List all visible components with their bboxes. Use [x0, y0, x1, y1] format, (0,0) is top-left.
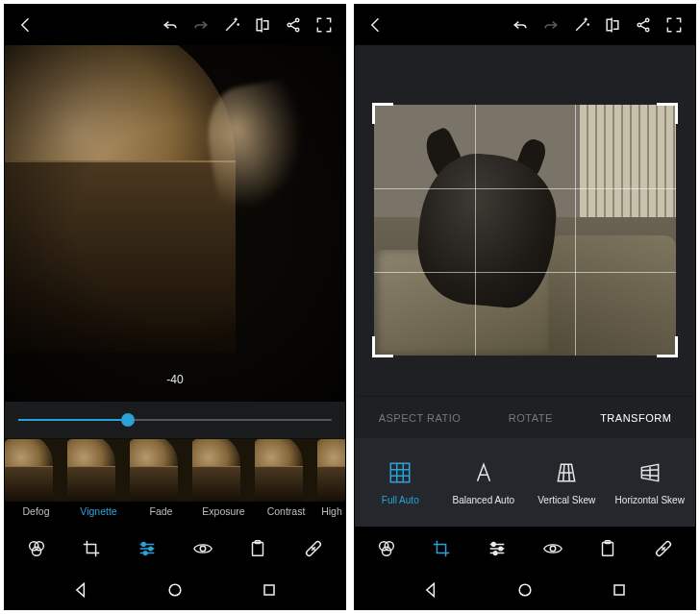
crop-tab-bar: ASPECT RATIOROTATETRANSFORM — [355, 396, 695, 438]
mode-heal[interactable] — [294, 529, 333, 568]
mode-looks[interactable] — [17, 529, 56, 568]
svg-rect-20 — [603, 543, 613, 556]
preset-defog[interactable]: Defog — [5, 439, 67, 527]
fullscreen-icon[interactable] — [309, 10, 339, 40]
preset-thumb — [255, 439, 317, 502]
crop-handle-bl[interactable] — [372, 336, 393, 357]
preset-high[interactable]: High — [317, 439, 345, 527]
adjust-value-label: -40 — [166, 373, 183, 386]
vertical-skew-icon — [554, 460, 579, 485]
transform-option-vertical-skew[interactable]: Vertical Skew — [528, 460, 605, 505]
adjust-preset-strip[interactable]: DefogVignetteFadeExposureContrastHigh — [5, 438, 345, 527]
back-icon[interactable] — [361, 10, 391, 40]
crop-handle-tr[interactable] — [657, 103, 678, 124]
editor-screen-transform: ASPECT RATIOROTATETRANSFORM Full AutoBal… — [354, 4, 696, 610]
svg-rect-12 — [391, 463, 411, 482]
svg-rect-7 — [253, 543, 263, 556]
editor-screen-vignette: -40 DefogVignetteFadeExposureContrastHig… — [4, 4, 346, 610]
transform-option-label: Balanced Auto — [453, 495, 515, 505]
crop-canvas[interactable] — [355, 45, 695, 396]
crop-frame[interactable] — [374, 105, 676, 356]
share-icon[interactable] — [628, 10, 659, 40]
svg-point-18 — [493, 552, 497, 555]
mode-clipboard[interactable] — [588, 529, 627, 568]
preset-label: High — [321, 505, 342, 517]
svg-point-3 — [142, 543, 146, 547]
svg-point-10 — [169, 584, 181, 596]
svg-point-4 — [149, 547, 153, 551]
nav-recent-icon[interactable] — [259, 579, 280, 601]
preset-vignette[interactable]: Vignette — [67, 439, 130, 527]
preset-thumb — [317, 439, 345, 502]
top-toolbar — [5, 5, 345, 45]
mode-redeye[interactable] — [184, 529, 222, 568]
mode-clipboard[interactable] — [238, 529, 277, 568]
transform-option-full-auto[interactable]: Full Auto — [362, 460, 438, 505]
balanced-auto-icon — [471, 460, 496, 485]
mode-adjust[interactable] — [128, 529, 166, 568]
full-auto-icon — [388, 460, 412, 485]
mode-redeye[interactable] — [534, 529, 572, 568]
preset-thumb — [192, 439, 255, 502]
share-icon[interactable] — [278, 10, 309, 40]
transform-option-row: Full AutoBalanced AutoVertical SkewHoriz… — [355, 438, 695, 527]
magic-wand-icon[interactable] — [566, 10, 597, 40]
preset-thumb — [5, 439, 67, 502]
back-icon[interactable] — [11, 10, 41, 40]
preset-label: Exposure — [202, 505, 244, 517]
svg-point-16 — [492, 543, 496, 547]
crop-handle-tl[interactable] — [372, 103, 393, 124]
mode-heal[interactable] — [644, 529, 683, 568]
transform-option-label: Vertical Skew — [538, 495, 595, 505]
fullscreen-icon[interactable] — [659, 10, 689, 40]
adjust-slider[interactable] — [18, 419, 332, 421]
magic-wand-icon[interactable] — [216, 10, 247, 40]
svg-rect-11 — [264, 585, 274, 595]
transform-option-balanced-auto[interactable]: Balanced Auto — [445, 460, 522, 505]
redo-icon[interactable] — [536, 10, 566, 40]
svg-point-15 — [382, 547, 390, 555]
nav-home-icon[interactable] — [514, 579, 536, 601]
android-nav-bar — [355, 571, 695, 609]
svg-point-19 — [550, 546, 556, 552]
image-canvas[interactable]: -40 — [5, 45, 345, 402]
nav-back-icon[interactable] — [70, 579, 91, 601]
transform-option-horizontal-skew[interactable]: Horizontal Skew — [612, 460, 688, 505]
preset-label: Fade — [150, 505, 173, 517]
nav-back-icon[interactable] — [420, 579, 441, 601]
mode-bar — [355, 527, 695, 571]
svg-point-23 — [519, 584, 531, 596]
undo-icon[interactable] — [505, 10, 536, 40]
preset-thumb — [67, 439, 130, 502]
redo-icon[interactable] — [186, 10, 216, 40]
tab-aspect-ratio[interactable]: ASPECT RATIO — [373, 408, 467, 428]
adjust-slider-row — [5, 402, 345, 438]
svg-point-17 — [499, 547, 503, 551]
svg-point-5 — [143, 552, 147, 555]
nav-recent-icon[interactable] — [609, 579, 630, 601]
svg-point-2 — [32, 547, 40, 555]
preset-exposure[interactable]: Exposure — [192, 439, 255, 527]
crop-handle-br[interactable] — [657, 336, 678, 357]
mode-adjust[interactable] — [478, 529, 516, 568]
preset-label: Contrast — [267, 505, 306, 517]
svg-point-1 — [35, 542, 43, 551]
nav-home-icon[interactable] — [164, 579, 186, 601]
preset-thumb — [130, 439, 192, 502]
preset-label: Vignette — [80, 505, 116, 517]
compare-icon[interactable] — [597, 10, 628, 40]
transform-option-label: Horizontal Skew — [615, 495, 685, 505]
top-toolbar — [355, 5, 695, 45]
mode-looks[interactable] — [367, 529, 406, 568]
horizontal-skew-icon — [638, 460, 662, 485]
edited-photo — [5, 45, 345, 402]
preset-fade[interactable]: Fade — [130, 439, 192, 527]
preset-contrast[interactable]: Contrast — [255, 439, 317, 527]
tab-rotate[interactable]: ROTATE — [503, 408, 559, 428]
compare-icon[interactable] — [247, 10, 278, 40]
mode-crop[interactable] — [72, 529, 111, 568]
mode-crop[interactable] — [422, 529, 461, 568]
undo-icon[interactable] — [155, 10, 186, 40]
tab-transform[interactable]: TRANSFORM — [594, 408, 677, 428]
preset-label: Defog — [22, 505, 49, 517]
